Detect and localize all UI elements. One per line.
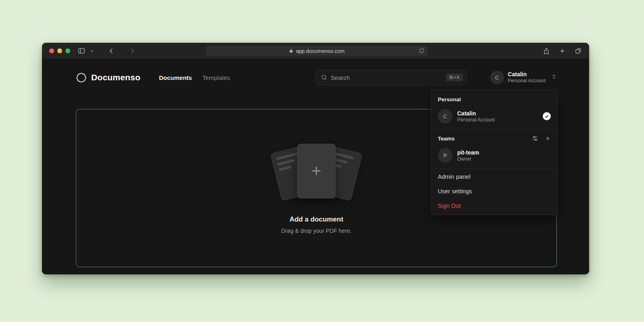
personal-subtitle: Personal Account [457,117,495,123]
url-text: app.documenso.com [296,48,345,54]
close-window-button[interactable] [49,48,54,53]
browser-window: app.documenso.com [42,43,589,274]
account-avatar: C [490,71,504,84]
search-icon [321,74,327,81]
search-shortcut-badge: ⌘+K [446,73,463,82]
personal-section-heading: Personal [431,92,557,106]
minimize-window-button[interactable] [57,48,62,53]
zoom-window-button[interactable] [65,48,70,53]
menu-item-sign-out[interactable]: Sign Out [431,199,557,213]
manage-teams-icon[interactable] [532,135,538,142]
team-name: pit-team [457,149,479,156]
documenso-logo-icon [76,72,87,83]
document-card-center: + [297,144,336,199]
menu-divider [431,168,557,169]
search-bar[interactable]: ⌘+K [316,70,467,85]
chevron-up-down-icon [551,73,557,82]
lock-icon [289,48,293,53]
reload-icon[interactable] [418,48,424,54]
personal-name: Catalin [457,110,495,117]
tab-overview-icon[interactable] [575,47,582,54]
team-role: Owner [457,156,479,162]
nav-documents[interactable]: Documents [159,74,192,81]
dropzone-title: Add a document [289,215,343,224]
account-subtitle: Personal Account [508,78,546,84]
menu-item-admin-panel[interactable]: Admin panel [431,169,557,184]
sidebar-toggle-icon[interactable] [77,47,86,55]
selected-check-icon [543,112,551,120]
team-avatar: P [438,148,452,163]
back-button[interactable] [108,47,115,54]
account-dropdown-menu: Personal C Catalin Personal Account Team… [431,90,558,215]
menu-item-user-settings[interactable]: User settings [431,184,557,199]
app-header: Documenso Documents Templates ⌘+K C Cata… [42,59,589,86]
personal-account-item[interactable]: C Catalin Personal Account [431,106,557,128]
search-input[interactable] [331,74,442,81]
teams-section-heading: Teams [431,130,557,145]
window-controls [49,48,70,53]
brand[interactable]: Documenso [76,72,140,83]
personal-avatar: C [438,109,452,123]
forward-button[interactable] [129,47,136,54]
primary-nav: Documents Templates [159,74,230,81]
nav-templates[interactable]: Templates [203,74,230,81]
add-document-plus-icon: + [312,163,322,180]
dropzone-subtitle: Drag & drop your PDF here. [281,228,351,234]
team-item[interactable]: P pit-team Owner [431,145,557,167]
share-icon[interactable] [543,47,550,55]
menu-divider [431,129,557,130]
new-tab-icon[interactable] [559,48,566,54]
document-stack-illustration: + [268,142,365,203]
sidebar-chevron-icon[interactable] [90,49,94,53]
browser-toolbar: app.documenso.com [42,43,589,59]
documenso-app: Documenso Documents Templates ⌘+K C Cata… [42,59,589,274]
account-menu-trigger[interactable]: C Catalin Personal Account [490,71,557,84]
address-bar[interactable]: app.documenso.com [206,46,428,56]
create-team-icon[interactable] [545,135,551,142]
account-name: Catalin [508,71,546,78]
brand-name: Documenso [91,73,140,82]
